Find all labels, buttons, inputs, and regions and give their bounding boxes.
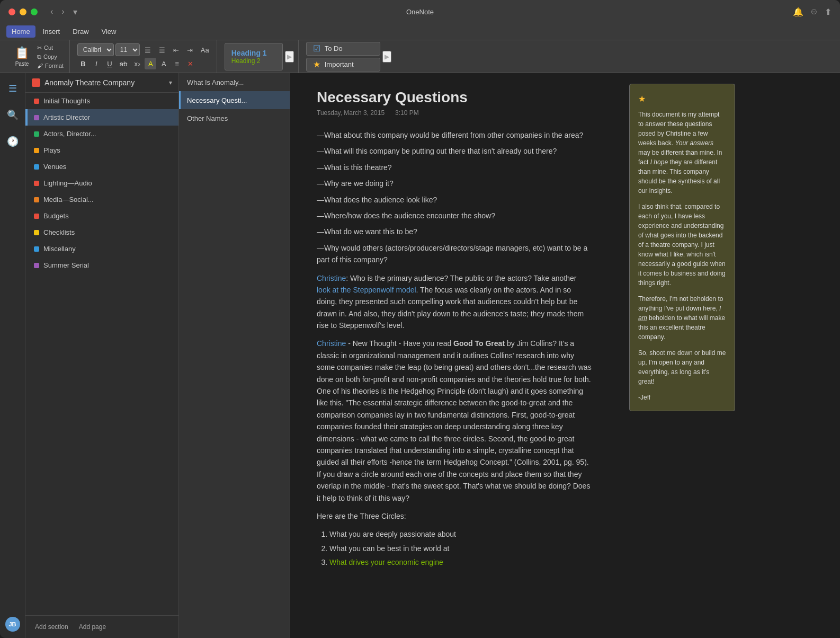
underline-button[interactable]: U (104, 58, 115, 69)
important-tag[interactable]: ★ Important (306, 58, 380, 72)
section-label: Miscellany (43, 245, 76, 253)
format-button[interactable]: 🖌 Format (35, 62, 65, 69)
list-bullet-button[interactable]: ☰ (141, 43, 154, 56)
sidebar-icon-notebooks[interactable]: ☰ (5, 79, 20, 98)
section-item-artistic-director[interactable]: Artistic Director (25, 109, 178, 126)
cut-icon: ✂ (37, 45, 42, 51)
menu-view[interactable]: View (96, 25, 122, 38)
clipboard-section: ✂ Cut ⧉ Copy 🖌 Format (35, 44, 65, 69)
bell-icon[interactable]: 🔔 (793, 7, 803, 17)
copy-icon: ⧉ (37, 54, 41, 60)
section-item-miscellany[interactable]: Miscellany (25, 241, 178, 257)
good-to-great-title: Good To Great (453, 339, 505, 348)
subscript-button[interactable]: x₂ (131, 58, 143, 69)
note-time: 3:10 PM (395, 109, 419, 117)
font-size-select[interactable]: 11 (115, 43, 140, 56)
toolbar-styles-section: Heading 1 Heading 2 ▶ (220, 40, 299, 73)
indent-increase-button[interactable]: ⇥ (184, 43, 196, 56)
add-page-button[interactable]: Add page (76, 621, 109, 633)
section-item-lighting-audio[interactable]: Lighting—Audio (25, 175, 178, 191)
align-button[interactable]: ≡ (171, 58, 183, 69)
page-what-is-anomaly[interactable]: What Is Anomaly... (179, 73, 290, 91)
menu-insert[interactable]: Insert (38, 25, 66, 38)
format-label: Format (45, 63, 64, 69)
question-6: —Where/how does the audience encounter t… (317, 210, 592, 221)
page-other-names[interactable]: Other Names (179, 109, 290, 127)
toolbar-tags-section: ☑ To Do ★ Important ▶ (302, 40, 396, 73)
bold-button[interactable]: B (77, 58, 89, 69)
page-title: Other Names (187, 114, 228, 122)
section-label: Actors, Director... (43, 130, 96, 138)
sticky-para1: This document is my attempt to answer th… (638, 110, 726, 196)
note-content: Necessary Questions Tuesday, March 3, 20… (290, 73, 619, 638)
section-item-checklists[interactable]: Checklists (25, 224, 178, 241)
close-button[interactable] (8, 8, 15, 15)
italic-button[interactable]: I (91, 58, 102, 69)
question-8: —Why would others (actors/producers/dire… (317, 242, 592, 266)
section-label: Venues (43, 163, 66, 171)
smiley-icon[interactable]: ☺ (810, 7, 818, 16)
christine-para1-text: : Who is the primary audience? The publi… (346, 274, 576, 282)
note-date: Tuesday, March 3, 2015 (317, 109, 385, 117)
styles-box[interactable]: Heading 1 Heading 2 (225, 43, 283, 70)
sidebar-icon-recent[interactable]: 🕐 (4, 132, 22, 150)
sticky-sign: -Jeff (638, 393, 726, 402)
section-item-media-social[interactable]: Media—Social... (25, 191, 178, 208)
avatar[interactable]: JB (5, 617, 20, 632)
section-color-dot (34, 263, 39, 268)
strikethrough-button[interactable]: ab (117, 58, 130, 69)
sticky-para3: Therefore, I'm not beholden to anything … (638, 294, 726, 342)
section-item-summer-serial[interactable]: Summer Serial (25, 257, 178, 273)
traffic-lights[interactable] (8, 8, 38, 15)
notebook-name[interactable]: Anomaly Theatre Company (44, 78, 165, 87)
menu-home[interactable]: Home (6, 25, 35, 38)
cut-button[interactable]: ✂ Cut (35, 44, 65, 52)
font-color-button[interactable]: A (158, 58, 169, 69)
toolbar-font-section: Calibri 11 ☰ ☰ ⇤ ⇥ Aa B I U ab x₂ (73, 40, 217, 73)
clear-format-button[interactable]: ✕ (184, 58, 196, 69)
paste-button[interactable]: 📋 Paste (11, 44, 33, 69)
section-item-actors[interactable]: Actors, Director... (25, 126, 178, 142)
section-item-venues[interactable]: Venues (25, 158, 178, 175)
sidebar-icon-search[interactable]: 🔍 (4, 106, 22, 124)
todo-label: To Do (325, 45, 343, 52)
highlight-button[interactable]: A (145, 58, 156, 69)
cut-label: Cut (44, 45, 53, 51)
list-number-button[interactable]: ☰ (156, 43, 168, 56)
font-select[interactable]: Calibri (77, 43, 114, 56)
share-icon[interactable]: ⬆ (825, 7, 832, 17)
section-label: Plays (43, 146, 60, 154)
section-item-plays[interactable]: Plays (25, 142, 178, 158)
page-necessary-questions[interactable]: Necessary Questi... (179, 91, 290, 109)
section-label: Initial Thoughts (43, 97, 90, 105)
forward-button[interactable]: › (59, 6, 66, 17)
copy-button[interactable]: ⧉ Copy (35, 53, 65, 61)
circle-item-3-link[interactable]: What drives your economic engine (329, 558, 443, 566)
minimize-button[interactable] (20, 8, 26, 15)
steppenwolf-link[interactable]: look at the Steppenwolf model (317, 286, 416, 294)
toolbar: 📋 Paste ✂ Cut ⧉ Copy 🖌 Format (0, 40, 840, 73)
section-label: Budgets (43, 212, 69, 220)
notebook-dropdown-icon[interactable]: ▾ (169, 79, 172, 86)
question-1: —What about this company would be differ… (317, 129, 592, 141)
add-section-button[interactable]: Add section (32, 621, 72, 633)
indent-decrease-button[interactable]: ⇤ (170, 43, 182, 56)
section-item-budgets[interactable]: Budgets (25, 208, 178, 224)
style-button[interactable]: Aa (198, 43, 212, 56)
menu-draw[interactable]: Draw (67, 25, 94, 38)
titlebar-nav: ‹ › ▾ (48, 6, 79, 18)
question-3: —What is this theatre? (317, 162, 592, 173)
maximize-button[interactable] (31, 8, 38, 15)
section-color-dot (34, 115, 39, 120)
styles-expand-button[interactable]: ▶ (285, 51, 294, 63)
section-item-initial-thoughts[interactable]: Initial Thoughts (25, 93, 178, 109)
christine-link-1[interactable]: Christine (317, 274, 346, 282)
content-sidebar: ★ This document is my attempt to answer … (619, 73, 746, 638)
question-4: —Why are we doing it? (317, 178, 592, 189)
tags-expand-button[interactable]: ▶ (382, 51, 391, 63)
back-button[interactable]: ‹ (48, 6, 55, 17)
dropdown-button[interactable]: ▾ (71, 6, 79, 18)
heading1-style: Heading 1 (231, 49, 276, 57)
notebook-color-swatch (32, 78, 40, 87)
todo-tag[interactable]: ☑ To Do (306, 42, 380, 56)
